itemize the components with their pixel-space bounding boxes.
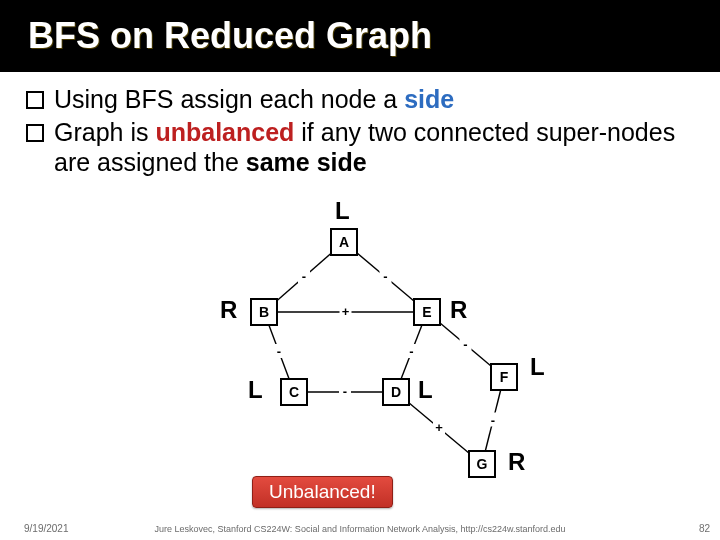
node-G: G [468, 450, 496, 478]
graph-diagram: ---+---+- ALBRERCLDLFLGR [150, 200, 580, 510]
edge-sign-A-E: - [383, 269, 387, 284]
side-label-E: R [450, 296, 467, 324]
title-band: BFS on Reduced Graph [0, 0, 720, 72]
slide-number: 82 [699, 523, 710, 534]
node-F: F [490, 363, 518, 391]
edge-sign-D-G: + [435, 420, 443, 435]
edge-sign-E-D: - [409, 344, 413, 359]
side-label-A: L [335, 197, 350, 225]
bullet-1-side: side [404, 85, 454, 113]
node-E: E [413, 298, 441, 326]
side-label-G: R [508, 448, 525, 476]
edge-sign-B-C: - [277, 344, 281, 359]
edge-sign-C-D: - [343, 384, 347, 399]
node-C: C [280, 378, 308, 406]
edge-sign-F-G: - [491, 413, 495, 428]
side-label-B: R [220, 296, 237, 324]
edge-sign-E-F: - [463, 337, 467, 352]
edge-sign-A-B: - [302, 269, 306, 284]
unbalanced-badge: Unbalanced! [252, 476, 393, 508]
content-area: Using BFS assign each node a side Graph … [0, 72, 720, 178]
side-label-C: L [248, 376, 263, 404]
node-B: B [250, 298, 278, 326]
bullet-2-unbalanced: unbalanced [155, 118, 294, 146]
bullet-2-pre: Graph is [54, 118, 155, 146]
slide-title: BFS on Reduced Graph [28, 15, 432, 57]
node-D: D [382, 378, 410, 406]
side-label-F: L [530, 353, 545, 381]
edge-sign-B-E: + [342, 304, 350, 319]
footer-attribution: Jure Leskovec, Stanford CS224W: Social a… [0, 524, 720, 534]
bullet-2: Graph is unbalanced if any two connected… [54, 117, 680, 178]
bullet-2-same: same side [246, 148, 367, 176]
bullet-1-pre: Using BFS assign each node a [54, 85, 404, 113]
bullet-1: Using BFS assign each node a side [54, 84, 680, 115]
node-A: A [330, 228, 358, 256]
side-label-D: L [418, 376, 433, 404]
